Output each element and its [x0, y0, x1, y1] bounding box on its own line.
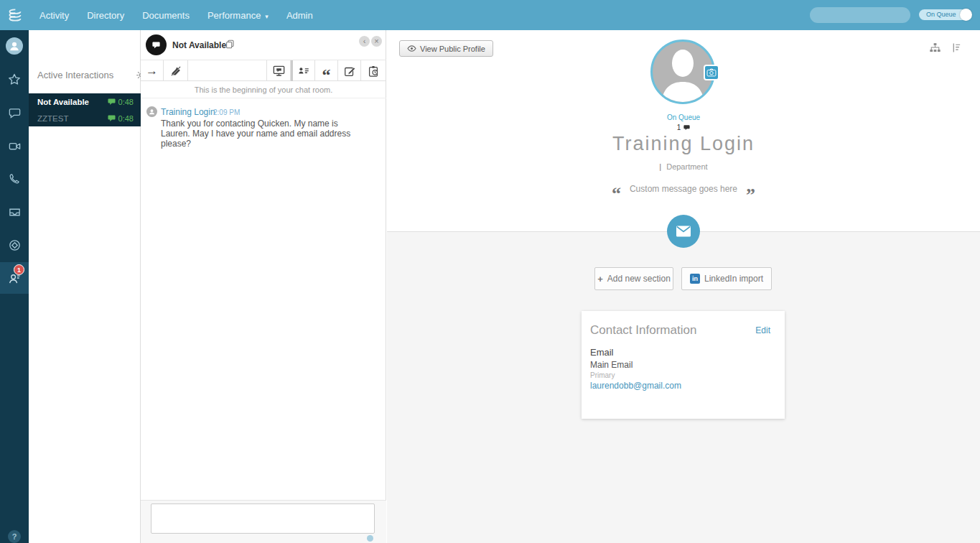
- open-quote-icon: “: [612, 191, 621, 197]
- add-new-section-button[interactable]: + Add new section: [594, 267, 673, 290]
- toolbar-spacer: [188, 60, 267, 81]
- chat-avatar-icon: [146, 34, 167, 55]
- interaction-timer: 0:48: [118, 98, 134, 106]
- interaction-timer: 0:48: [118, 114, 134, 123]
- rail-help[interactable]: ?: [0, 521, 29, 543]
- rail-inbox[interactable]: [0, 196, 29, 228]
- schedule-button[interactable]: [361, 60, 385, 81]
- chevron-left-icon: ‹: [363, 37, 366, 45]
- chat-title: Not Available: [172, 40, 226, 50]
- chevron-down-icon: ▾: [265, 13, 269, 20]
- profile-name: Training Login: [387, 133, 980, 155]
- plus-icon: +: [597, 274, 603, 284]
- rail-agent-interactions[interactable]: 1: [0, 262, 29, 294]
- app-logo-icon[interactable]: [6, 6, 24, 24]
- transfer-button[interactable]: →: [141, 60, 164, 81]
- interaction-row[interactable]: Not Available 0:48: [29, 93, 141, 110]
- rail-video[interactable]: [0, 130, 29, 162]
- nav-documents[interactable]: Documents: [142, 10, 190, 21]
- linkedin-import-button[interactable]: in LinkedIn import: [681, 267, 772, 290]
- message-sender[interactable]: Training Login: [161, 107, 215, 117]
- screen-share-button[interactable]: [267, 60, 291, 81]
- rail-apps[interactable]: [0, 229, 29, 261]
- email-icon[interactable]: [667, 215, 700, 248]
- main-nav: Activity Directory Documents Performance…: [39, 0, 313, 30]
- contact-email-link[interactable]: laurendobb@gmail.com: [590, 381, 681, 391]
- org-chart-icon[interactable]: [929, 42, 941, 54]
- status-dot-icon[interactable]: [367, 535, 373, 542]
- copy-icon[interactable]: [225, 39, 235, 50]
- profile-status[interactable]: On Queue: [387, 113, 980, 121]
- rail-favorites[interactable]: [0, 64, 29, 96]
- monitor-icon: [272, 64, 286, 78]
- chat-beginning-text: This is the beginning of your chat room.: [141, 81, 386, 98]
- contact-card-title: Contact Information: [590, 323, 696, 338]
- chat-panel: Not Available ‹ × → “: [141, 30, 386, 543]
- arrow-right-icon: →: [146, 64, 158, 78]
- nav-admin[interactable]: Admin: [286, 10, 313, 21]
- view-public-profile-label: View Public Profile: [420, 45, 485, 53]
- interactions-title: Active Interactions: [37, 70, 113, 80]
- chat-message-input[interactable]: [151, 503, 375, 534]
- search-input[interactable]: [810, 7, 934, 23]
- department-label: Department: [666, 162, 707, 171]
- nav-performance[interactable]: Performance▾: [207, 10, 269, 21]
- eraser-icon: [169, 65, 182, 78]
- chat-toolbar: → “: [141, 60, 386, 81]
- message-time: 2:09 PM: [213, 108, 240, 116]
- chat-bubble-icon: [108, 114, 116, 122]
- nav-directory[interactable]: Directory: [87, 10, 124, 21]
- details-list-icon[interactable]: [951, 42, 963, 54]
- chat-header: Not Available ‹ ×: [141, 30, 386, 60]
- inbox-icon: [8, 205, 22, 219]
- phone-icon: [8, 172, 21, 185]
- interaction-name: ZZTEST: [37, 114, 68, 123]
- canned-responses-button[interactable]: “: [315, 60, 338, 81]
- chat-count-value: 1: [677, 124, 681, 131]
- roster-icon: [297, 65, 310, 78]
- close-quote-icon: ”: [746, 192, 755, 198]
- rail-chat[interactable]: [0, 97, 29, 129]
- contact-field-label: Main Email: [590, 360, 633, 370]
- custom-message-text: Custom message goes here: [630, 184, 737, 194]
- linkedin-icon: in: [690, 274, 700, 284]
- compose-note-button[interactable]: [338, 60, 361, 81]
- linkedin-import-label: LinkedIn import: [704, 274, 763, 284]
- on-queue-toggle[interactable]: On Queue: [919, 9, 971, 20]
- profile-chat-count: 1: [387, 124, 980, 131]
- profile-custom-message[interactable]: “ Custom message goes here ”: [387, 180, 980, 198]
- contact-details-button[interactable]: [293, 60, 315, 81]
- toggle-knob[interactable]: [960, 9, 972, 21]
- eye-icon: [407, 45, 416, 52]
- app-window: Activity Directory Documents Performance…: [0, 0, 980, 543]
- close-icon: ×: [374, 37, 378, 45]
- chat-bubble-icon: [8, 106, 22, 120]
- contact-information-card: Contact Information Edit Email Main Emai…: [582, 311, 785, 419]
- profile-department[interactable]: |Department: [387, 162, 980, 171]
- collapse-button[interactable]: ‹: [359, 36, 370, 47]
- view-public-profile-button[interactable]: View Public Profile: [399, 40, 493, 57]
- on-queue-toggle-label: On Queue: [926, 11, 956, 18]
- top-nav-bar: Activity Directory Documents Performance…: [0, 0, 980, 30]
- camera-icon[interactable]: [704, 65, 719, 80]
- global-search[interactable]: [810, 7, 910, 23]
- contact-field-qualifier: Primary: [590, 371, 615, 379]
- chat-bubble-icon: [108, 98, 116, 106]
- compass-icon: [8, 238, 22, 252]
- add-new-section-label: Add new section: [607, 274, 671, 284]
- rail-profile[interactable]: [0, 30, 29, 62]
- nav-activity[interactable]: Activity: [39, 10, 69, 21]
- help-icon: ?: [8, 530, 21, 543]
- quote-icon: “: [322, 72, 331, 79]
- rail-calls[interactable]: [0, 163, 29, 195]
- department-separator: |: [659, 162, 661, 171]
- interaction-row[interactable]: ZZTEST 0:48: [29, 110, 141, 126]
- message-text: Thank you for contacting Quicken. My nam…: [161, 119, 368, 149]
- compose-icon: [343, 65, 356, 78]
- clipboard-clock-icon: [367, 65, 380, 78]
- interaction-name: Not Available: [37, 98, 89, 106]
- close-button[interactable]: ×: [371, 36, 382, 47]
- wrap-up-button[interactable]: [164, 60, 188, 81]
- user-avatar-icon: [6, 37, 23, 55]
- edit-link[interactable]: Edit: [755, 325, 770, 335]
